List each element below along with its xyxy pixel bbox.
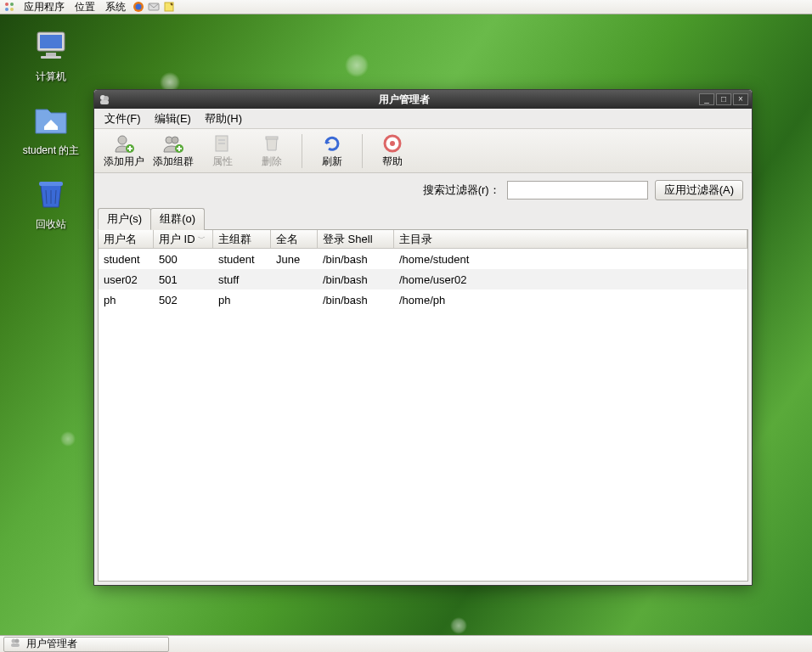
users-icon	[9, 637, 21, 651]
cell: 500	[154, 251, 213, 267]
col-shell[interactable]: 登录 Shell	[318, 230, 394, 248]
window-title: 用户管理者	[111, 93, 697, 107]
help-button[interactable]: 帮助	[368, 131, 417, 171]
cell	[271, 278, 318, 281]
cell	[271, 298, 318, 301]
menu-places[interactable]: 位置	[70, 0, 100, 14]
refresh-button[interactable]: 刷新	[307, 131, 357, 171]
col-username[interactable]: 用户名	[99, 230, 154, 248]
svg-point-16	[118, 136, 127, 144]
filter-label: 搜索过滤器(r)：	[423, 183, 500, 198]
filter-bar: 搜索过滤器(r)： 应用过滤器(A)	[94, 173, 752, 207]
trash-icon[interactable]: 回收站	[8, 173, 93, 232]
user-manager-window: 用户管理者 _ □ × 文件(F) 编辑(E) 帮助(H) 添加用户 添加组群 …	[93, 89, 753, 586]
user-table: 用户名 用户 ID﹀ 主组群 全名 登录 Shell 主目录 student50…	[98, 229, 748, 582]
cell: user02	[99, 272, 154, 288]
svg-point-26	[390, 141, 395, 146]
svg-rect-23	[218, 143, 225, 144]
cell: /bin/bash	[318, 251, 394, 267]
table-row[interactable]: student500studentJune/bin/bash/home/stud…	[99, 249, 747, 269]
cell: /home/ph	[394, 292, 747, 308]
table-header: 用户名 用户 ID﹀ 主组群 全名 登录 Shell 主目录	[99, 230, 747, 249]
desktop-icons: 计算机 student 的主 回收站	[8, 25, 93, 232]
svg-rect-22	[218, 139, 225, 141]
toolbar: 添加用户 添加组群 属性 删除 刷新	[94, 129, 752, 173]
svg-rect-15	[100, 100, 109, 104]
maximize-button[interactable]: □	[716, 93, 731, 105]
titlebar[interactable]: 用户管理者 _ □ ×	[94, 90, 752, 109]
icon-label: student 的主	[8, 143, 93, 158]
sort-indicator-icon: ﹀	[198, 233, 206, 244]
add-group-button[interactable]: 添加组群	[149, 131, 198, 171]
col-uid[interactable]: 用户 ID﹀	[154, 230, 213, 248]
svg-rect-10	[46, 53, 56, 56]
group-add-icon	[149, 132, 198, 155]
svg-point-19	[172, 137, 178, 143]
cell: ph	[99, 292, 154, 308]
toolbar-separator	[362, 134, 363, 168]
home-folder-icon[interactable]: student 的主	[8, 99, 93, 158]
help-icon	[368, 132, 417, 155]
cell: student	[99, 251, 154, 267]
svg-point-28	[15, 639, 20, 644]
add-user-button[interactable]: 添加用户	[99, 131, 149, 171]
menu-applications[interactable]: 应用程序	[19, 0, 70, 14]
close-button[interactable]: ×	[733, 93, 748, 105]
properties-icon	[198, 132, 247, 155]
cell: ph	[213, 292, 271, 308]
delete-icon	[247, 132, 296, 155]
icon-label: 计算机	[8, 70, 93, 84]
cell: stuff	[213, 272, 271, 288]
cell: June	[271, 251, 318, 267]
firefox-icon[interactable]	[131, 0, 146, 14]
svg-rect-9	[40, 35, 62, 48]
menu-edit[interactable]: 编辑(E)	[148, 110, 198, 128]
svg-point-3	[10, 8, 14, 11]
table-row[interactable]: user02501stuff/bin/bash/home/user02	[99, 269, 747, 289]
gnome-menu-icon[interactable]	[3, 0, 16, 14]
cell: student	[213, 251, 271, 267]
notes-icon[interactable]	[161, 0, 177, 14]
svg-point-2	[5, 8, 8, 11]
svg-point-5	[136, 4, 142, 10]
table-row[interactable]: ph502ph/bin/bash/home/ph	[99, 289, 747, 310]
col-home[interactable]: 主目录	[394, 230, 747, 248]
menu-system[interactable]: 系统	[100, 0, 131, 14]
taskbar-label: 用户管理者	[26, 637, 77, 651]
svg-rect-29	[11, 644, 20, 647]
cell: /bin/bash	[318, 292, 394, 308]
bottom-panel: 用户管理者	[0, 635, 812, 652]
toolbar-separator	[302, 134, 302, 168]
taskbar-item-user-manager[interactable]: 用户管理者	[3, 637, 169, 652]
tabs: 用户(s) 组群(o)	[94, 207, 752, 229]
user-add-icon	[99, 132, 149, 155]
cell: /bin/bash	[318, 272, 394, 288]
tab-users[interactable]: 用户(s)	[98, 208, 151, 230]
minimize-button[interactable]: _	[699, 93, 714, 105]
svg-point-1	[10, 3, 14, 6]
properties-button: 属性	[198, 131, 247, 171]
svg-rect-11	[41, 56, 61, 59]
tab-groups[interactable]: 组群(o)	[150, 208, 205, 230]
menubar: 文件(F) 编辑(E) 帮助(H)	[94, 109, 752, 129]
apply-filter-button[interactable]: 应用过滤器(A)	[655, 180, 743, 200]
svg-point-0	[5, 3, 8, 6]
cell: 501	[154, 272, 213, 288]
cell: 502	[154, 292, 213, 308]
mail-icon[interactable]	[146, 0, 161, 14]
refresh-icon	[307, 132, 357, 155]
svg-rect-24	[266, 137, 278, 139]
table-body: student500studentJune/bin/bash/home/stud…	[99, 249, 747, 581]
cell: /home/student	[394, 251, 747, 267]
col-fullname[interactable]: 全名	[271, 230, 318, 248]
computer-icon[interactable]: 计算机	[8, 25, 93, 84]
menu-file[interactable]: 文件(F)	[98, 110, 148, 128]
icon-label: 回收站	[8, 217, 93, 232]
delete-button: 删除	[247, 131, 296, 171]
cell: /home/user02	[394, 272, 747, 288]
app-icon	[98, 93, 111, 106]
menu-help[interactable]: 帮助(H)	[198, 110, 249, 128]
top-panel: 应用程序 位置 系统	[0, 0, 812, 14]
col-group[interactable]: 主组群	[213, 230, 271, 248]
search-filter-input[interactable]	[507, 181, 648, 200]
